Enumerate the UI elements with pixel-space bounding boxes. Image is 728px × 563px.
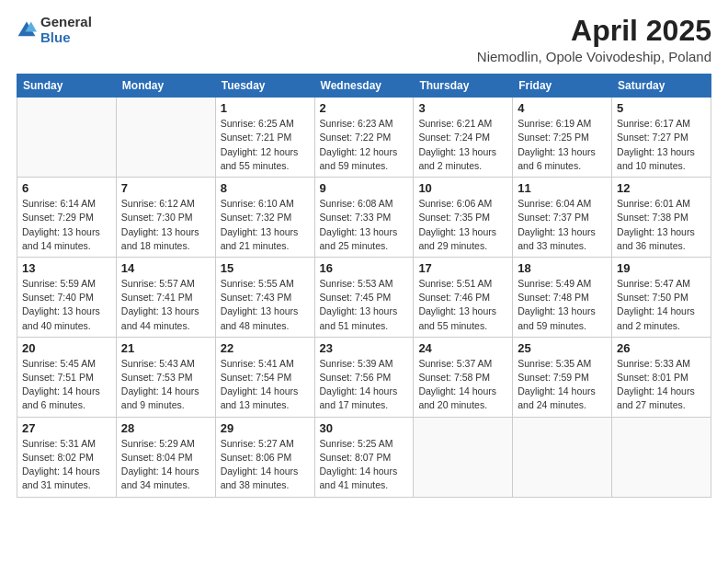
day-info: Sunrise: 5:57 AMSunset: 7:41 PMDaylight:… <box>121 277 210 333</box>
calendar-cell-w5-d4 <box>414 417 513 497</box>
day-info: Sunrise: 6:01 AMSunset: 7:38 PMDaylight:… <box>617 197 706 253</box>
calendar-cell-w1-d6: 5Sunrise: 6:17 AMSunset: 7:27 PMDaylight… <box>612 98 711 178</box>
day-number: 15 <box>221 261 310 275</box>
logo-text: General Blue <box>40 15 92 45</box>
day-info: Sunrise: 6:12 AMSunset: 7:30 PMDaylight:… <box>121 197 210 253</box>
col-thursday: Thursday <box>414 75 513 98</box>
day-number: 9 <box>320 181 409 195</box>
day-info: Sunrise: 6:17 AMSunset: 7:27 PMDaylight:… <box>617 117 706 173</box>
col-wednesday: Wednesday <box>314 75 414 98</box>
calendar-cell-w5-d2: 29Sunrise: 5:27 AMSunset: 8:06 PMDayligh… <box>215 417 314 497</box>
day-info: Sunrise: 5:39 AMSunset: 7:56 PMDaylight:… <box>320 357 409 413</box>
logo-general: General <box>40 15 92 30</box>
calendar-cell-w1-d4: 3Sunrise: 6:21 AMSunset: 7:24 PMDaylight… <box>414 98 513 178</box>
calendar-cell-w1-d1 <box>116 98 215 178</box>
day-info: Sunrise: 5:41 AMSunset: 7:54 PMDaylight:… <box>221 357 310 413</box>
calendar-cell-w2-d6: 12Sunrise: 6:01 AMSunset: 7:38 PMDayligh… <box>612 178 711 258</box>
calendar-cell-w5-d1: 28Sunrise: 5:29 AMSunset: 8:04 PMDayligh… <box>116 417 215 497</box>
calendar-cell-w2-d3: 9Sunrise: 6:08 AMSunset: 7:33 PMDaylight… <box>314 178 414 258</box>
day-info: Sunrise: 5:59 AMSunset: 7:40 PMDaylight:… <box>22 277 111 333</box>
calendar-cell-w4-d2: 22Sunrise: 5:41 AMSunset: 7:54 PMDayligh… <box>215 337 314 417</box>
header: General Blue April 2025 Niemodlin, Opole… <box>17 15 711 64</box>
logo: General Blue <box>17 15 92 45</box>
calendar-cell-w3-d3: 16Sunrise: 5:53 AMSunset: 7:45 PMDayligh… <box>314 257 414 337</box>
calendar-cell-w3-d4: 17Sunrise: 5:51 AMSunset: 7:46 PMDayligh… <box>414 257 513 337</box>
day-number: 10 <box>418 181 507 195</box>
calendar-cell-w4-d4: 24Sunrise: 5:37 AMSunset: 7:58 PMDayligh… <box>414 337 513 417</box>
calendar-week-4: 20Sunrise: 5:45 AMSunset: 7:51 PMDayligh… <box>17 337 711 417</box>
day-info: Sunrise: 6:21 AMSunset: 7:24 PMDaylight:… <box>418 117 507 173</box>
day-info: Sunrise: 5:29 AMSunset: 8:04 PMDaylight:… <box>121 437 210 493</box>
day-number: 14 <box>121 261 210 275</box>
calendar-cell-w1-d0 <box>17 98 117 178</box>
calendar-week-5: 27Sunrise: 5:31 AMSunset: 8:02 PMDayligh… <box>17 417 711 497</box>
calendar-week-3: 13Sunrise: 5:59 AMSunset: 7:40 PMDayligh… <box>17 257 711 337</box>
day-number: 26 <box>617 341 706 355</box>
calendar-cell-w4-d6: 26Sunrise: 5:33 AMSunset: 8:01 PMDayligh… <box>612 337 711 417</box>
day-info: Sunrise: 5:31 AMSunset: 8:02 PMDaylight:… <box>22 437 111 493</box>
title-location: Niemodlin, Opole Voivodeship, Poland <box>477 49 711 64</box>
day-info: Sunrise: 6:10 AMSunset: 7:32 PMDaylight:… <box>221 197 310 253</box>
calendar-cell-w5-d5 <box>513 417 612 497</box>
calendar-cell-w4-d5: 25Sunrise: 5:35 AMSunset: 7:59 PMDayligh… <box>513 337 612 417</box>
calendar-cell-w4-d0: 20Sunrise: 5:45 AMSunset: 7:51 PMDayligh… <box>17 337 117 417</box>
day-number: 30 <box>320 421 409 435</box>
col-tuesday: Tuesday <box>215 75 314 98</box>
day-number: 8 <box>221 181 310 195</box>
calendar-cell-w5-d6 <box>612 417 711 497</box>
day-number: 1 <box>221 101 310 115</box>
day-number: 19 <box>617 261 706 275</box>
day-number: 29 <box>221 421 310 435</box>
day-number: 20 <box>22 341 111 355</box>
calendar-cell-w3-d5: 18Sunrise: 5:49 AMSunset: 7:48 PMDayligh… <box>513 257 612 337</box>
calendar-week-1: 1Sunrise: 6:25 AMSunset: 7:21 PMDaylight… <box>17 98 711 178</box>
day-info: Sunrise: 5:53 AMSunset: 7:45 PMDaylight:… <box>320 277 409 333</box>
day-info: Sunrise: 5:27 AMSunset: 8:06 PMDaylight:… <box>221 437 310 493</box>
day-info: Sunrise: 6:06 AMSunset: 7:35 PMDaylight:… <box>418 197 507 253</box>
day-number: 22 <box>221 341 310 355</box>
col-sunday: Sunday <box>17 75 117 98</box>
day-info: Sunrise: 6:08 AMSunset: 7:33 PMDaylight:… <box>320 197 409 253</box>
title-block: April 2025 Niemodlin, Opole Voivodeship,… <box>477 15 711 64</box>
calendar-cell-w2-d1: 7Sunrise: 6:12 AMSunset: 7:30 PMDaylight… <box>116 178 215 258</box>
day-number: 12 <box>617 181 706 195</box>
day-number: 7 <box>121 181 210 195</box>
day-info: Sunrise: 5:45 AMSunset: 7:51 PMDaylight:… <box>22 357 111 413</box>
day-number: 23 <box>320 341 409 355</box>
calendar-cell-w3-d1: 14Sunrise: 5:57 AMSunset: 7:41 PMDayligh… <box>116 257 215 337</box>
calendar-cell-w1-d3: 2Sunrise: 6:23 AMSunset: 7:22 PMDaylight… <box>314 98 414 178</box>
calendar-cell-w1-d5: 4Sunrise: 6:19 AMSunset: 7:25 PMDaylight… <box>513 98 612 178</box>
calendar-header-row: Sunday Monday Tuesday Wednesday Thursday… <box>17 75 711 98</box>
calendar-cell-w2-d2: 8Sunrise: 6:10 AMSunset: 7:32 PMDaylight… <box>215 178 314 258</box>
calendar-cell-w5-d0: 27Sunrise: 5:31 AMSunset: 8:02 PMDayligh… <box>17 417 117 497</box>
calendar-cell-w2-d5: 11Sunrise: 6:04 AMSunset: 7:37 PMDayligh… <box>513 178 612 258</box>
day-number: 25 <box>518 341 607 355</box>
logo-icon <box>17 20 37 40</box>
calendar-cell-w3-d2: 15Sunrise: 5:55 AMSunset: 7:43 PMDayligh… <box>215 257 314 337</box>
day-info: Sunrise: 5:51 AMSunset: 7:46 PMDaylight:… <box>418 277 507 333</box>
calendar-cell-w3-d6: 19Sunrise: 5:47 AMSunset: 7:50 PMDayligh… <box>612 257 711 337</box>
calendar-week-2: 6Sunrise: 6:14 AMSunset: 7:29 PMDaylight… <box>17 178 711 258</box>
day-info: Sunrise: 6:25 AMSunset: 7:21 PMDaylight:… <box>221 117 310 173</box>
day-number: 5 <box>617 101 706 115</box>
day-info: Sunrise: 5:25 AMSunset: 8:07 PMDaylight:… <box>320 437 409 493</box>
day-number: 27 <box>22 421 111 435</box>
col-saturday: Saturday <box>612 75 711 98</box>
day-number: 24 <box>418 341 507 355</box>
day-info: Sunrise: 6:19 AMSunset: 7:25 PMDaylight:… <box>518 117 607 173</box>
calendar-cell-w1-d2: 1Sunrise: 6:25 AMSunset: 7:21 PMDaylight… <box>215 98 314 178</box>
day-number: 2 <box>320 101 409 115</box>
col-friday: Friday <box>513 75 612 98</box>
day-number: 18 <box>518 261 607 275</box>
day-info: Sunrise: 5:55 AMSunset: 7:43 PMDaylight:… <box>221 277 310 333</box>
day-info: Sunrise: 5:37 AMSunset: 7:58 PMDaylight:… <box>418 357 507 413</box>
day-info: Sunrise: 5:49 AMSunset: 7:48 PMDaylight:… <box>518 277 607 333</box>
day-info: Sunrise: 6:14 AMSunset: 7:29 PMDaylight:… <box>22 197 111 253</box>
day-number: 16 <box>320 261 409 275</box>
day-number: 13 <box>22 261 111 275</box>
calendar-cell-w2-d4: 10Sunrise: 6:06 AMSunset: 7:35 PMDayligh… <box>414 178 513 258</box>
day-info: Sunrise: 5:47 AMSunset: 7:50 PMDaylight:… <box>617 277 706 333</box>
day-number: 3 <box>418 101 507 115</box>
day-info: Sunrise: 5:43 AMSunset: 7:53 PMDaylight:… <box>121 357 210 413</box>
day-info: Sunrise: 6:23 AMSunset: 7:22 PMDaylight:… <box>320 117 409 173</box>
